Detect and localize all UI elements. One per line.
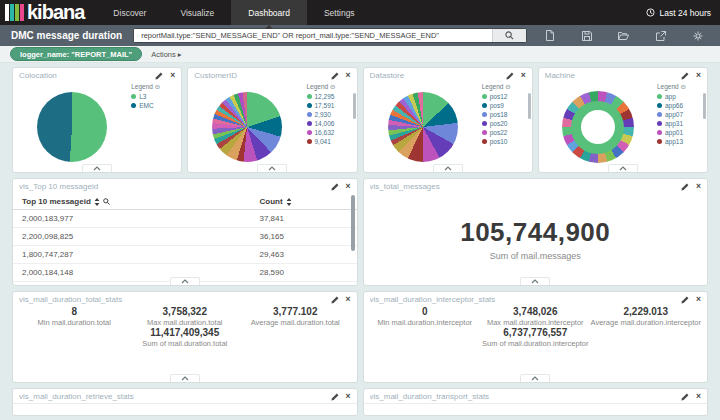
edit-pencil-icon[interactable] <box>331 183 339 191</box>
legend-item[interactable]: 17,591 <box>307 102 351 109</box>
panel-collapse-button[interactable] <box>170 277 200 285</box>
panel-collapse-button[interactable] <box>520 277 550 285</box>
tab-settings[interactable]: Settings <box>307 0 372 25</box>
close-icon[interactable]: × <box>346 392 351 401</box>
colocation-pie-chart[interactable] <box>37 92 107 162</box>
new-dashboard-button[interactable] <box>531 25 568 46</box>
close-icon[interactable]: × <box>696 392 701 401</box>
search-button[interactable] <box>492 29 526 42</box>
edit-pencil-icon[interactable] <box>681 296 689 304</box>
legend-item[interactable]: pos12 <box>482 93 526 100</box>
table-row[interactable]: 2,000,183,97737,841 <box>13 210 357 228</box>
close-icon[interactable]: × <box>346 295 351 304</box>
total-messages-label: Sum of mail.messages <box>490 251 581 261</box>
legend-toggle[interactable]: Legend ⊙ <box>657 83 701 91</box>
edit-pencil-icon[interactable] <box>155 72 163 80</box>
legend-scrollbar[interactable] <box>353 93 356 119</box>
share-dashboard-button[interactable] <box>642 25 679 46</box>
legend-item[interactable]: app66 <box>657 102 701 109</box>
legend-item[interactable]: 14,006 <box>307 120 351 127</box>
query-input[interactable] <box>134 29 492 42</box>
open-dashboard-button[interactable] <box>605 25 642 46</box>
panel-collapse-button[interactable] <box>82 164 112 172</box>
close-icon[interactable]: × <box>521 71 526 80</box>
close-icon[interactable]: × <box>170 71 175 80</box>
legend-color-dot-icon <box>307 130 312 135</box>
edit-pencil-icon[interactable] <box>331 296 339 304</box>
close-icon[interactable]: × <box>346 71 351 80</box>
legend-item-label: app13 <box>665 138 683 145</box>
filter-actions-label: Actions <box>151 50 176 59</box>
donut-inner-ring[interactable] <box>571 101 624 154</box>
close-icon[interactable]: × <box>696 71 701 80</box>
dashboard-title: DMC message duration <box>0 30 133 41</box>
legend-item[interactable]: pos18 <box>482 111 526 118</box>
legend-toggle-icon: ⊙ <box>505 83 510 90</box>
legend-scrollbar[interactable] <box>528 93 531 119</box>
tab-visualize[interactable]: Visualize <box>163 0 231 25</box>
legend-color-dot-icon <box>482 112 487 117</box>
panel-collapse-button[interactable] <box>608 164 638 172</box>
datastore-pie-chart[interactable] <box>388 92 458 162</box>
filter-actions-menu[interactable]: Actions ▸ <box>151 50 181 59</box>
edit-pencil-icon[interactable] <box>681 393 689 401</box>
table-scrollbar[interactable] <box>351 195 355 251</box>
panel-collapse-button[interactable] <box>520 374 550 382</box>
close-icon[interactable]: × <box>696 295 701 304</box>
legend-item[interactable]: app31 <box>657 120 701 127</box>
legend-item[interactable]: pos9 <box>482 102 526 109</box>
legend-item[interactable]: app07 <box>657 111 701 118</box>
options-button[interactable] <box>679 25 716 46</box>
legend-item[interactable]: app01 <box>657 129 701 136</box>
legend-item[interactable]: 16,632 <box>307 129 351 136</box>
table-row[interactable]: 2,200,098,82536,165 <box>13 228 357 246</box>
legend-item[interactable]: pos10 <box>482 138 526 145</box>
time-picker-label: Last 24 hours <box>659 8 711 18</box>
edit-pencil-icon[interactable] <box>331 72 339 80</box>
kibana-logo[interactable]: kibana <box>0 0 96 25</box>
legend-item[interactable]: pos20 <box>482 120 526 127</box>
edit-pencil-icon[interactable] <box>506 72 514 80</box>
filter-pill-logger-name[interactable]: logger_name: "REPORT_MAIL" <box>10 47 142 61</box>
edit-pencil-icon[interactable] <box>331 393 339 401</box>
cell-count: 37,841 <box>260 214 348 223</box>
legend-item[interactable]: pos22 <box>482 129 526 136</box>
legend-scrollbar[interactable] <box>703 93 706 119</box>
legend-item[interactable]: L3 <box>131 93 175 100</box>
tab-discover[interactable]: Discover <box>96 0 163 25</box>
legend-item[interactable]: EMC <box>131 102 175 109</box>
panel-datastore: Datastore × Legend ⊙ pos12pos9pos18pos20… <box>363 67 533 173</box>
panel-colocation: Colocation × Legend ⊙ L3EMC <box>12 67 182 173</box>
legend-item[interactable]: app <box>657 93 701 100</box>
edit-pencil-icon[interactable] <box>681 183 689 191</box>
dashboard-toolbar <box>527 25 720 46</box>
cell-count: 29,463 <box>260 250 348 259</box>
legend-item[interactable]: 9,041 <box>307 138 351 145</box>
time-picker[interactable]: Last 24 hours <box>646 0 720 25</box>
legend-item[interactable]: app13 <box>657 138 701 145</box>
panel-collapse-button[interactable] <box>257 164 287 172</box>
tab-dashboard[interactable]: Dashboard <box>231 0 307 25</box>
legend-item[interactable]: 2,930 <box>307 111 351 118</box>
table-row[interactable]: 1,800,747,28729,463 <box>13 246 357 264</box>
machine-donut-chart[interactable] <box>562 91 634 163</box>
close-icon[interactable]: × <box>696 182 701 191</box>
legend-toggle[interactable]: Legend ⊙ <box>131 83 175 91</box>
legend-color-dot-icon <box>482 130 487 135</box>
legend-item[interactable]: 12,295 <box>307 93 351 100</box>
legend-item-label: app07 <box>665 111 683 118</box>
table-header-count[interactable]: Count <box>260 197 348 206</box>
legend-toggle[interactable]: Legend ⊙ <box>307 83 351 91</box>
panel-collapse-button[interactable] <box>170 374 200 382</box>
edit-pencil-icon[interactable] <box>681 72 689 80</box>
panel-collapse-button[interactable] <box>433 164 463 172</box>
save-dashboard-button[interactable] <box>568 25 605 46</box>
legend-toggle[interactable]: Legend ⊙ <box>482 83 526 91</box>
caret-right-icon: ▸ <box>178 50 182 59</box>
panel-title: vis_mail_duration_interceptor_stats <box>370 295 682 304</box>
customerid-pie-chart[interactable] <box>212 92 282 162</box>
cell-messageid: 1,800,747,287 <box>22 250 260 259</box>
table-header-messageid[interactable]: Top 10 messageid <box>22 197 260 206</box>
close-icon[interactable]: × <box>346 182 351 191</box>
search-column-icon[interactable] <box>103 198 110 205</box>
